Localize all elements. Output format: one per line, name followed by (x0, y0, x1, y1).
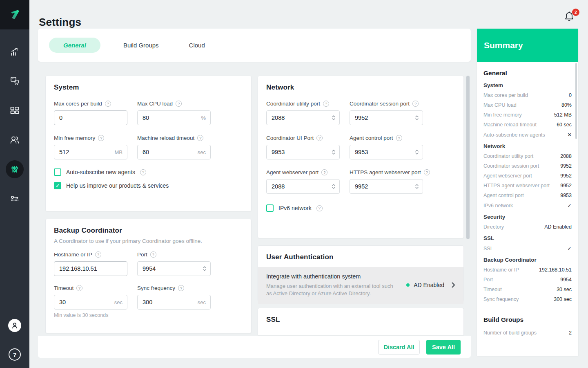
sidebar-item-builds[interactable] (6, 101, 24, 119)
summary-row: DirectoryAD Enabled (483, 224, 572, 230)
summary-row: Hostname or IP192.168.10.51 (483, 267, 572, 273)
app-logo[interactable] (0, 0, 29, 29)
tab-bar: General Build Groups Cloud (38, 29, 471, 62)
summary-section-ssl: SSL (483, 235, 572, 241)
sidebar-item-license[interactable] (6, 190, 24, 208)
summary-row: Min free memory512 MB (483, 112, 572, 118)
help-icon[interactable]: ? (98, 135, 104, 141)
help-icon[interactable]: ? (178, 285, 184, 291)
field-label: HTTPS agent webserver port (350, 169, 421, 175)
help-icon[interactable]: ? (424, 169, 430, 175)
auth-status-label: AD Enabled (414, 282, 444, 288)
improve-products-checkbox-row[interactable]: ✓ Help us improve our products & service… (54, 182, 243, 189)
summary-section-backup-coordinator: Backup Coordinator (483, 257, 572, 263)
help-icon[interactable]: ? (323, 101, 329, 107)
field-backup-port: Port? 9954 (137, 251, 211, 276)
checkbox-label: Auto-subscribe new agents (66, 169, 135, 175)
agent-webserver-port-input[interactable]: 2088 (266, 179, 340, 194)
coordinator-ui-port-input[interactable]: 9953 (266, 145, 340, 159)
stepper-arrows-icon[interactable] (415, 149, 423, 155)
field-coordinator-session-port: Coordinator session port? 9952 (350, 101, 423, 125)
field-label: Max CPU load (137, 101, 173, 107)
stepper-arrows-icon[interactable] (332, 149, 339, 155)
stepper-arrows-icon[interactable] (415, 183, 423, 190)
tab-build-groups[interactable]: Build Groups (116, 42, 166, 49)
stepper-arrows-icon[interactable] (415, 114, 423, 121)
coordinator-utility-port-input[interactable]: 2088 (266, 110, 340, 125)
main-scrollbar-thumb[interactable] (466, 76, 470, 239)
field-label: Min free memory (54, 135, 95, 141)
help-icon[interactable]: ? (105, 101, 111, 107)
network-card: Network Coordinator utility port? 2088 C… (258, 76, 464, 238)
field-hostname-or-ip: Hostname or IP? 192.168.10.51 (54, 251, 127, 276)
stepper-arrows-icon[interactable] (203, 265, 210, 272)
stepper-arrows-icon[interactable] (332, 114, 339, 121)
help-icon[interactable]: ? (316, 135, 323, 141)
backup-coordinator-card: Backup Coordinator A Coordinator to use … (45, 219, 252, 333)
auto-subscribe-checkbox-row[interactable]: Auto-subscribe new agents ? (54, 168, 243, 176)
max-cores-input[interactable]: 0 (54, 110, 127, 125)
summary-row: Number of build groups2 (483, 330, 572, 336)
coordinator-session-port-input[interactable]: 9952 (350, 110, 423, 125)
summary-scrollbar-thumb[interactable] (575, 63, 577, 139)
https-agent-webserver-port-input[interactable]: 9952 (350, 179, 423, 194)
tab-cloud[interactable]: Cloud (182, 42, 212, 49)
backup-port-input[interactable]: 9954 (137, 261, 211, 276)
sidebar-item-agents[interactable] (6, 72, 24, 90)
sidebar-item-users[interactable] (6, 131, 24, 149)
discard-all-button[interactable]: Discard All (378, 340, 420, 355)
help-icon[interactable]: ? (95, 251, 101, 258)
field-label: Agent webserver port (266, 169, 318, 175)
help-icon[interactable]: ? (150, 251, 156, 258)
min-free-memory-input[interactable]: 512MB (54, 145, 127, 159)
tab-general[interactable]: General (49, 38, 100, 53)
chart-arrow-icon (9, 46, 20, 57)
hostname-input[interactable]: 192.168.10.51 (54, 261, 127, 276)
stepper-arrows-icon[interactable] (332, 183, 339, 190)
ipv6-checkbox-row[interactable]: IPv6 network ? (266, 204, 455, 212)
help-icon[interactable]: ? (197, 135, 203, 141)
agent-control-port-input[interactable]: 9953 (350, 145, 423, 159)
help-icon[interactable]: ? (76, 285, 82, 291)
auth-integration-row[interactable]: Integrate with authentication system Man… (258, 267, 463, 304)
summary-row: IPv6 network✓ (483, 202, 572, 209)
check-icon: ✓ (568, 245, 572, 251)
agents-icon (9, 75, 20, 87)
ssl-card-title: SSL (266, 316, 455, 324)
field-max-cores-per-build: Max cores per build? 0 (54, 101, 127, 125)
help-icon[interactable]: ? (140, 169, 146, 175)
field-label: Hostname or IP (54, 251, 92, 258)
auth-row-title: Integrate with authentication system (266, 273, 395, 280)
machine-reload-timeout-input[interactable]: 60sec (137, 145, 211, 159)
sidebar: ? (0, 0, 29, 368)
sync-frequency-input[interactable]: 300sec (137, 295, 211, 310)
help-icon[interactable]: ? (396, 135, 402, 141)
system-card: System Max cores per build? 0 Max CPU lo… (45, 76, 252, 211)
backup-card-description: A Coordinator to use if your primary Coo… (54, 238, 243, 244)
summary-section-security: Security (483, 214, 572, 220)
help-icon[interactable]: ? (321, 169, 327, 175)
sidebar-bottom: ? (0, 319, 29, 361)
summary-body: General System Max cores per build0 Max … (477, 62, 578, 356)
help-icon[interactable]: ? (412, 101, 419, 107)
max-cpu-load-input[interactable]: 80% (137, 110, 211, 125)
footer-actions: Discard All Save All (38, 336, 471, 358)
summary-row: Timeout30 sec (483, 287, 572, 292)
help-icon[interactable]: ? (316, 205, 323, 211)
save-all-button[interactable]: Save All (426, 340, 461, 355)
field-coordinator-utility-port: Coordinator utility port? 2088 (266, 101, 340, 125)
account-avatar[interactable] (8, 319, 21, 332)
summary-row: Coordinator utility port2088 (483, 153, 572, 159)
grid-icon (9, 105, 20, 116)
users-icon (9, 134, 20, 146)
ssl-card: SSL (258, 308, 464, 335)
help-button[interactable]: ? (9, 348, 21, 361)
sliders-icon (9, 164, 20, 175)
page-title: Settings (39, 16, 81, 29)
sidebar-item-settings[interactable] (6, 160, 24, 178)
help-icon[interactable]: ? (176, 101, 182, 107)
backup-timeout-input[interactable]: 30sec (54, 295, 127, 310)
sidebar-item-performance[interactable] (6, 43, 24, 61)
notifications-button[interactable]: 2 (564, 11, 577, 24)
summary-row: Auto-subscribe new agents✕ (483, 132, 572, 138)
